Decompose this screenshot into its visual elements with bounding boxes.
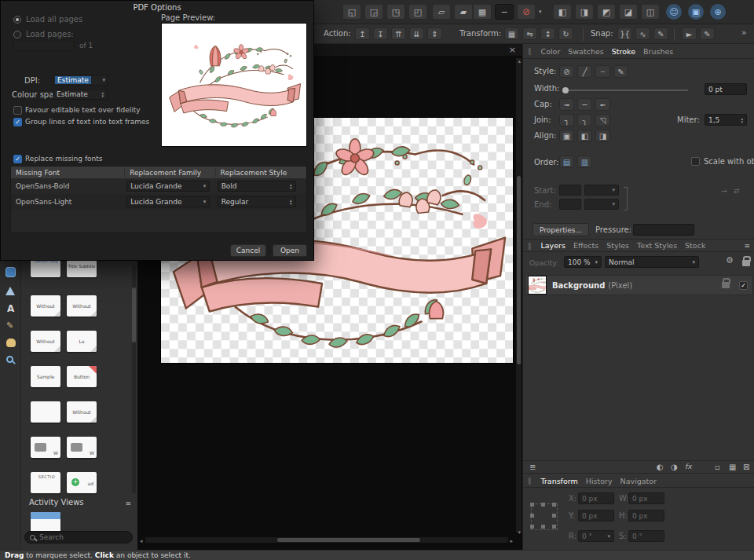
open-button[interactable]: Open — [273, 244, 307, 257]
panel-drag-handle[interactable]: ‖ — [528, 242, 532, 250]
snap-curve-button[interactable]: ∿ — [635, 27, 650, 40]
live-filter-icon[interactable]: ◑ — [671, 463, 678, 471]
replacement-family-dropdown[interactable]: Lucida Grande ▾ — [126, 181, 210, 192]
account-icon[interactable]: ☺ — [666, 4, 682, 20]
web-resources-icon[interactable]: ⊕ — [710, 4, 726, 20]
width-field[interactable]: 0 pt — [705, 83, 747, 95]
layer-row-background[interactable]: Background (Pixel) ✓ — [525, 275, 753, 295]
order-behind-icon[interactable]: ▤ — [559, 156, 574, 168]
arrange-move-forward-button[interactable]: ◲ — [364, 4, 383, 20]
layer-visibility-checkbox[interactable]: ✓ — [739, 281, 748, 290]
width-slider-knob[interactable] — [562, 87, 569, 93]
snap-off-curve-button[interactable]: ✎ — [700, 27, 715, 40]
tab-text-styles[interactable]: Text Styles — [637, 241, 677, 250]
cap-butt-icon[interactable]: ╼ — [559, 98, 574, 111]
assistant-dropdown-icon[interactable]: ▾ — [539, 9, 542, 15]
asset-card[interactable]: Without — [31, 295, 60, 317]
table-row[interactable]: OpenSans-Bold Lucida Grande ▾ Bold ▴▾ — [11, 178, 306, 194]
asset-card[interactable]: SECTIO — [31, 472, 60, 493]
flip-horizontal-button[interactable]: ⇋ — [522, 27, 537, 40]
start-style-dropdown[interactable] — [559, 185, 581, 196]
search-input[interactable] — [39, 533, 121, 541]
layers-stack-icon[interactable]: ≣ — [529, 463, 536, 471]
join-miter-icon[interactable]: ┐ — [559, 114, 574, 126]
arrange-move-backward-button[interactable]: ◳ — [386, 4, 405, 20]
swap-right-icon[interactable]: → — [721, 185, 727, 196]
tab-layers[interactable]: Layers — [541, 241, 566, 250]
stock-photos-icon[interactable]: ▣ — [688, 4, 704, 20]
canvas-vertical-scrollbar[interactable] — [516, 58, 522, 533]
geometry-combine-button[interactable]: ◫ — [641, 4, 660, 20]
action-raise-button[interactable]: ⇈ — [391, 27, 406, 40]
delete-layer-icon[interactable]: ⊠ — [743, 463, 749, 471]
panel-menu-icon[interactable]: ≡ — [125, 500, 131, 507]
x-field[interactable]: 0 px — [578, 492, 614, 504]
w-field[interactable]: 0 px — [628, 492, 664, 504]
asset-card[interactable]: La — [67, 331, 97, 352]
panel-drag-handle[interactable]: ‖ — [528, 47, 532, 55]
layer-lock-icon[interactable] — [722, 282, 730, 288]
align-center-icon[interactable]: ▣ — [559, 130, 574, 142]
assistant-off-button[interactable]: ⊘ — [517, 4, 536, 20]
join-bevel-icon[interactable]: ◹ — [595, 114, 610, 126]
geometry-divide-button[interactable]: ◪ — [619, 4, 638, 20]
asset-card[interactable]: Without — [31, 331, 60, 352]
stroke-style-none-icon[interactable]: ⊘ — [559, 65, 574, 78]
r-dropdown[interactable]: 0 ° ▾ — [578, 530, 614, 542]
spinner-icon[interactable]: ▴▾ — [290, 183, 292, 189]
asset-card[interactable] — [31, 512, 60, 533]
lock-layer-icon[interactable] — [742, 260, 750, 266]
assets-scrollbar[interactable] — [132, 265, 136, 493]
geometry-subtract-button[interactable]: ◨ — [575, 4, 594, 20]
align-outside-icon[interactable]: ◨ — [595, 130, 610, 142]
replace-fonts-checkbox[interactable]: ✓ — [13, 155, 22, 163]
asset-card[interactable]: Detail Lay — [31, 261, 60, 277]
scroll-up-icon[interactable]: ▴ — [518, 58, 521, 64]
start-size-dropdown[interactable]: ▾ — [584, 185, 619, 196]
close-view-icon[interactable]: × — [509, 45, 516, 55]
tab-color[interactable]: Color — [541, 47, 561, 56]
group-lines-checkbox[interactable]: ✓ — [13, 118, 22, 126]
scroll-left-icon[interactable]: ◂ — [140, 538, 143, 544]
align-inside-icon[interactable]: ◧ — [577, 130, 592, 142]
tab-history[interactable]: History — [586, 477, 613, 485]
snap-bounds-button[interactable]: }{ — [617, 27, 632, 40]
node-tool[interactable] — [0, 284, 21, 300]
tab-stock[interactable]: Stock — [685, 241, 705, 250]
asset-card[interactable]: W — [31, 437, 60, 458]
scroll-down-icon[interactable]: ▾ — [518, 529, 521, 536]
h-field[interactable]: 0 px — [628, 510, 664, 522]
scale-with-object-checkbox[interactable] — [691, 157, 700, 166]
tab-brushes[interactable]: Brushes — [643, 47, 673, 56]
opacity-dropdown[interactable]: 100 % ▾ — [564, 256, 602, 268]
colour-space-dropdown[interactable]: Estimate ▴▾ — [53, 89, 108, 100]
replacement-style-dropdown[interactable]: Regular ▴▾ — [218, 196, 296, 207]
s-field[interactable]: 0 ° — [628, 530, 664, 542]
tab-swatches[interactable]: Swatches — [568, 47, 603, 56]
tab-stroke[interactable]: Stroke — [612, 47, 635, 56]
replacement-style-dropdown[interactable]: Bold ▴▾ — [218, 181, 296, 192]
asset-card[interactable]: Without — [67, 401, 97, 423]
join-round-icon[interactable]: ╮ — [577, 114, 592, 126]
show-grid-button[interactable]: ▦ — [473, 4, 492, 20]
order-front-icon[interactable]: ▥ — [577, 156, 592, 168]
text-tool[interactable]: A — [0, 302, 21, 317]
panel-menu-icon[interactable]: ≡ — [744, 242, 750, 250]
pencil-tool[interactable]: ✎ — [0, 319, 21, 335]
spinner-icon[interactable]: ▴▾ — [290, 199, 292, 205]
arrange-move-to-back-button[interactable]: ◰ — [408, 4, 427, 20]
miter-spinner-icon[interactable]: ▴▾ — [741, 117, 743, 123]
flip-vertical-button[interactable]: ↕ — [540, 27, 555, 40]
cap-square-icon[interactable]: ╾ — [595, 98, 610, 111]
insert-behind-button[interactable]: ▱ — [432, 4, 451, 20]
asset-card[interactable]: Button — [67, 366, 97, 387]
action-insert-bottom-button[interactable]: ↧ — [373, 27, 388, 40]
tab-effects[interactable]: Effects — [573, 241, 598, 250]
more-options-icon[interactable]: » — [741, 27, 747, 38]
blend-mode-dropdown[interactable]: Normal ▾ — [605, 256, 699, 268]
move-while-snapping-button[interactable]: ► — [682, 27, 697, 40]
dpi-dropdown[interactable]: Estimate ▾ — [53, 75, 108, 86]
geometry-intersect-button[interactable]: ◩ — [597, 4, 616, 20]
width-slider[interactable] — [564, 90, 688, 91]
asset-card[interactable]: Sample — [31, 366, 60, 387]
